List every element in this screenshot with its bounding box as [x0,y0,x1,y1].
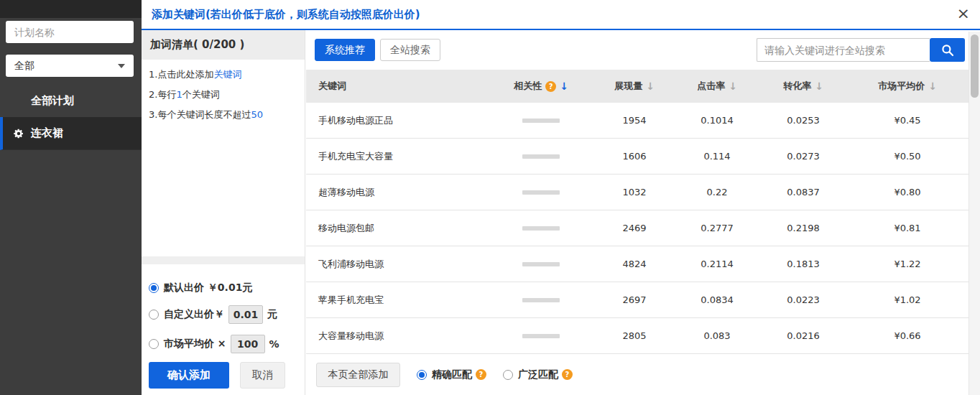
ctr-cell: 0.114 [674,151,760,162]
close-icon[interactable]: × [957,3,970,24]
sort-icon[interactable]: ↓ [815,80,823,92]
help-icon[interactable]: ? [476,369,486,380]
sort-icon[interactable]: ↓ [646,80,655,92]
table-footer: 本页全部添加 精确匹配 ? 广泛匹配 ? [306,354,969,395]
sidebar-item-campaign[interactable]: 连衣裙 [0,117,142,150]
col-market-price[interactable]: 市场平均价↓ [846,80,969,93]
panel-header: 加词清单( 0/200 ) [142,30,305,60]
relevance-bar [451,118,595,123]
help-icon[interactable]: ? [562,369,573,380]
col-ctr[interactable]: 点击率↓ [674,80,760,93]
keyword-cell: 飞利浦移动电源 [306,258,451,271]
help-icon[interactable]: ? [545,81,556,92]
table-row[interactable]: 手机移动电源正品19540.10140.0253¥0.45 [306,103,969,139]
add-words-panel: 加词清单( 0/200 ) 1.点击此处添加关键词 2.每行1个关键词 3.每个… [142,30,305,395]
modal-header: 添加关键词(若出价低于底价，则系统自动按照底价出价) × [142,0,980,30]
ctr-cell: 0.083 [674,330,760,341]
relevance-bar [451,154,595,159]
grid-icon [13,95,24,106]
relevance-bar [451,190,595,195]
bid-option-custom[interactable]: 自定义出价￥ 元 [149,305,297,324]
bid-option-market[interactable]: 市场平均价 × % [149,335,297,353]
scrollbar-thumb[interactable] [971,34,979,98]
radio-broad-match[interactable] [503,370,513,380]
custom-bid-input[interactable] [228,305,263,324]
cvr-cell: 0.2198 [760,223,846,233]
keyword-search-box [757,38,965,62]
sidebar: 全部 全部计划 连衣裙 [0,0,142,395]
keyword-cell: 移动电源包邮 [306,222,451,235]
radio-exact-match[interactable] [417,370,427,380]
cvr-cell: 0.0223 [760,294,846,305]
price-cell: ¥0.80 [846,187,969,198]
keyword-cell: 苹果手机充电宝 [306,294,451,307]
chevron-down-icon [118,64,125,68]
price-cell: ¥0.66 [846,330,969,341]
ctr-cell: 0.22 [674,187,760,198]
modal-title: 添加关键词(若出价低于底价，则系统自动按照底价出价) [142,8,420,22]
table-row[interactable]: 手机充电宝大容量16060.1140.0273¥0.50 [306,139,969,175]
keyword-cell: 手机充电宝大容量 [306,150,451,163]
table-row[interactable]: 飞利浦移动电源48240.21140.1813¥1.22 [306,246,969,282]
add-keywords-modal: 添加关键词(若出价低于底价，则系统自动按照底价出价) × 加词清单( 0/200… [142,0,980,395]
sort-icon[interactable]: ↓ [729,80,737,92]
price-cell: ¥1.22 [846,259,969,269]
table-row[interactable]: 移动电源包邮24690.27770.2198¥0.81 [306,210,969,246]
table-row[interactable]: 大容量移动电源28050.0830.0216¥0.66 [306,318,969,354]
price-cell: ¥0.45 [846,115,969,126]
keyword-search-input[interactable] [757,38,930,62]
col-relevance[interactable]: 相关性 ? ↓ [451,80,595,93]
cvr-cell: 0.1813 [760,259,846,269]
plan-filter-dropdown[interactable]: 全部 [6,55,134,77]
match-option-broad[interactable]: 广泛匹配 ? [503,368,573,381]
table-header: 关键词 相关性 ? ↓ 展现量↓ 点击率↓ 转化率↓ [306,70,969,103]
add-all-button[interactable]: 本页全部添加 [316,363,400,387]
confirm-add-button[interactable]: 确认添加 [149,362,229,389]
plan-filter-value: 全部 [14,60,34,73]
app-root: 全部 全部计划 连衣裙 添加关键词(若出价低于底价，则系统自动按照底价出价) ×… [0,0,980,395]
col-cvr[interactable]: 转化率↓ [760,80,846,93]
vertical-scrollbar[interactable] [969,32,980,395]
tab-system-recommend[interactable]: 系统推荐 [315,39,375,61]
cvr-cell: 0.0253 [760,115,846,126]
radio-custom-bid[interactable] [149,310,159,320]
market-percent-input[interactable] [231,335,265,353]
col-keyword: 关键词 [306,80,451,93]
table-row[interactable]: 超薄移动电源10320.220.0837¥0.80 [306,175,969,210]
cvr-cell: 0.0273 [760,151,846,162]
sort-desc-icon[interactable]: ↓ [560,80,568,92]
impressions-cell: 2805 [595,330,674,341]
keyword-cell: 大容量移动电源 [306,330,451,343]
table-body: 手机移动电源正品19540.10140.0253¥0.45手机充电宝大容量160… [306,103,969,354]
keyword-search-button[interactable] [930,38,965,62]
plan-search-input[interactable] [6,27,144,38]
panel-buttons: 确认添加 取消 [149,362,285,389]
relevance-bar [451,298,595,302]
radio-default-bid[interactable] [149,283,159,293]
price-cell: ¥0.50 [846,151,969,162]
table-row[interactable]: 苹果手机充电宝26970.08340.0223¥1.02 [306,282,969,318]
ctr-cell: 0.2777 [674,223,760,233]
sort-icon[interactable]: ↓ [928,80,937,92]
col-impressions[interactable]: 展现量↓ [595,80,674,93]
impressions-cell: 1032 [595,187,674,198]
instruction-line: 2.每行1个关键词 [149,88,297,101]
match-option-exact[interactable]: 精确匹配 ? [417,368,486,381]
ctr-cell: 0.1014 [674,115,760,126]
bid-option-default[interactable]: 默认出价 ￥0.01元 [149,282,297,294]
keyword-table-area: 系统推荐 全站搜索 关键词 相关性 ? ↓ [306,30,969,395]
gear-icon [13,128,24,139]
cancel-button[interactable]: 取消 [240,362,285,389]
impressions-cell: 1606 [595,151,674,162]
relevance-bar [451,226,595,231]
tab-site-search[interactable]: 全站搜索 [380,39,440,61]
price-cell: ¥0.81 [846,223,969,233]
keyword-cell: 手机移动电源正品 [306,114,451,127]
sidebar-item-all-plans[interactable]: 全部计划 [0,84,142,117]
keyword-entry-area[interactable]: 1.点击此处添加关键词 2.每行1个关键词 3.每个关键词长度不超过50 [142,60,305,121]
tabs-row: 系统推荐 全站搜索 [306,30,969,70]
price-cell: ¥1.02 [846,294,969,305]
impressions-cell: 4824 [595,259,674,269]
radio-market-bid[interactable] [149,339,159,349]
instruction-line: 1.点击此处添加关键词 [149,68,297,81]
